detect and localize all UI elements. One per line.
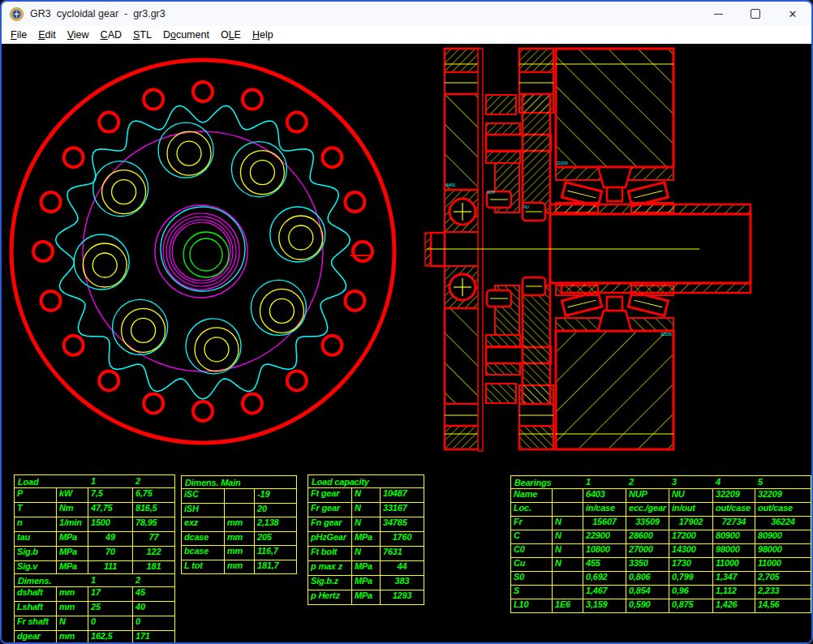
table-header: Dimens.12 xyxy=(15,574,174,586)
table-cell: p max z xyxy=(308,561,351,575)
table-cell: 7,5 xyxy=(88,488,132,502)
table-cell: 22900 xyxy=(583,530,626,543)
cycloid-disc-section xyxy=(523,94,550,213)
table-cell: MPa xyxy=(56,547,88,560)
table-cell: Sig.b.z xyxy=(308,576,351,590)
table-cell: 80900 xyxy=(755,530,811,543)
close-icon: ✕ xyxy=(789,9,798,19)
menu-item-view[interactable]: View xyxy=(62,28,95,42)
table-cell: exz xyxy=(182,517,224,531)
table-cell: 3350 xyxy=(626,558,669,571)
pin-circle xyxy=(144,90,163,109)
table-cell: in/out xyxy=(669,503,712,516)
table-cell: 17200 xyxy=(669,530,712,543)
disc-hole xyxy=(251,280,306,335)
table-cell: 2,705 xyxy=(755,572,811,585)
table-title: Bearings xyxy=(511,478,551,487)
table-cell: 49 xyxy=(88,532,132,546)
table-row: dshaftmm1745 xyxy=(15,586,174,601)
disc-hole xyxy=(113,299,168,354)
pin-circle xyxy=(322,148,342,167)
minimize-button[interactable] xyxy=(699,2,737,26)
table-cell: 70 xyxy=(88,547,132,560)
bearing-label: 32209 xyxy=(660,332,672,337)
table-cell: 181,7 xyxy=(254,560,296,574)
roller-bolt xyxy=(269,298,294,323)
table-row: bcasemm116,7 xyxy=(182,545,296,560)
column-header: 3 xyxy=(672,476,677,488)
column-header: 5 xyxy=(758,476,763,488)
menu-item-label: TL xyxy=(140,29,152,41)
table-load: Load12PkW7,56,75TNm47,75816,5n1/min15007… xyxy=(14,474,175,576)
table-cell: 0 xyxy=(132,616,174,630)
menu-item-label: AD xyxy=(108,29,122,41)
table-cell: 17902 xyxy=(669,517,712,530)
close-button[interactable]: ✕ xyxy=(774,2,811,26)
table-cell: out/case xyxy=(712,503,755,516)
menu-item-document[interactable]: Document xyxy=(157,28,215,42)
pin-circle xyxy=(99,371,118,390)
roller-bolt xyxy=(177,141,201,165)
table-cell: 11000 xyxy=(755,558,811,571)
table-cell: MPa xyxy=(351,532,380,546)
cycloid-gear-front-view[interactable] xyxy=(6,52,403,451)
table-row: FrN1560733509179027273436224 xyxy=(511,516,811,530)
table-title: Load capacity xyxy=(308,477,369,487)
pin-circle xyxy=(287,113,307,132)
menu-item-label: iew xyxy=(74,29,89,41)
pin-circle xyxy=(41,291,61,311)
table-cell: 47,75 xyxy=(88,503,132,517)
menu-item-label: D xyxy=(163,29,170,41)
menu-item-help[interactable]: Help xyxy=(247,28,279,42)
menu-item-stl[interactable]: STL xyxy=(127,28,157,42)
table-cell: 1730 xyxy=(669,558,712,571)
cad-canvas: 6403 NUP NU 32209 32209 Load12PkW7,56,75… xyxy=(2,44,811,644)
window-controls: ✕ xyxy=(699,2,811,26)
pin-circle xyxy=(64,336,84,355)
table-cell: 1,467 xyxy=(583,586,626,599)
table-cell: 36224 xyxy=(755,517,811,530)
case-block xyxy=(556,49,673,167)
table-cell: 816,5 xyxy=(132,503,174,517)
gearbox-section-view[interactable]: 6403 NUP NU 32209 32209 xyxy=(424,44,813,453)
menu-item-file[interactable]: File xyxy=(5,28,32,42)
table-cell: 383 xyxy=(380,576,424,590)
table-header: Load capacity xyxy=(308,475,424,487)
menu-item-edit[interactable]: Edit xyxy=(32,28,62,42)
roller-bolt xyxy=(289,225,313,250)
disc-hole xyxy=(74,234,129,290)
table-cell: 0,96 xyxy=(669,586,712,599)
bearing-label: NUP xyxy=(487,190,496,195)
maximize-button[interactable] xyxy=(737,2,774,26)
table-cell: n xyxy=(15,517,56,531)
pin-circle xyxy=(144,393,163,413)
center-hub-rings xyxy=(155,205,247,298)
table-cell: 1,347 xyxy=(712,572,755,585)
pin-circle xyxy=(353,242,372,261)
table-row: Sig.bMPa70122 xyxy=(15,546,174,560)
menu-item-cad[interactable]: CAD xyxy=(95,28,127,42)
table-cell: 116,7 xyxy=(254,546,296,560)
table-cell: N xyxy=(56,616,88,630)
table-cell: 6,75 xyxy=(132,488,174,502)
table-cell: C xyxy=(511,530,552,543)
roller-outer xyxy=(122,308,166,352)
table-cell: 98000 xyxy=(755,544,811,557)
table-row: L101E63,1590,5900,8751,42614,56 xyxy=(511,599,811,612)
menu-item-ole[interactable]: OLE xyxy=(215,28,247,42)
menu-item-label: cument xyxy=(176,29,209,41)
table-row: CN2290028600172008090080900 xyxy=(511,530,811,543)
disc-hole xyxy=(270,207,325,262)
table-cell: 40 xyxy=(132,602,174,616)
table-cell: 205 xyxy=(254,532,296,546)
table-cell: Loc. xyxy=(511,503,552,516)
table-cell: L tot xyxy=(182,560,224,574)
table-row: Loc.in/caseecc./gearin/outout/caseout/ca… xyxy=(511,502,811,516)
column-header: 1 xyxy=(91,475,96,487)
menu-item-label: L xyxy=(229,29,234,41)
table-cell xyxy=(552,489,583,502)
table-cell: 10800 xyxy=(583,544,626,557)
table-cell: 33167 xyxy=(380,503,424,517)
disc-hole xyxy=(231,142,286,197)
menu-item-label: E xyxy=(38,29,45,41)
